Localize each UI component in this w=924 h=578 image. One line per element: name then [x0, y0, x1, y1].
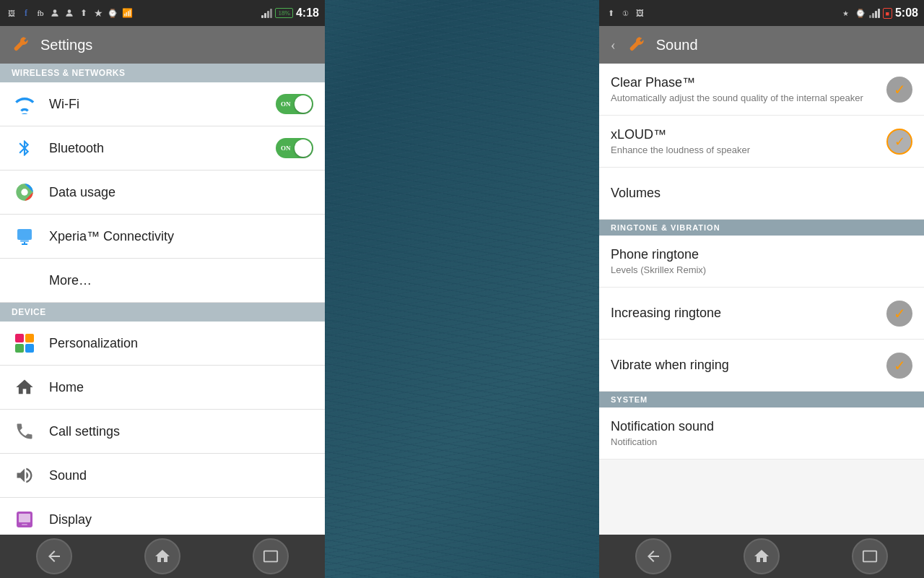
call-icon — [12, 418, 38, 444]
device-section-header: DEVICE — [0, 303, 325, 322]
svg-rect-12 — [25, 344, 34, 353]
left-recent-button[interactable] — [253, 538, 289, 574]
increasing-ringtone-item[interactable]: Increasing ringtone ✓ — [599, 288, 924, 340]
svg-point-4 — [21, 189, 27, 195]
personalization-label: Personalization — [49, 336, 313, 351]
wifi-item[interactable]: Wi-Fi ON — [0, 82, 325, 126]
svg-rect-14 — [19, 514, 30, 522]
volumes-item[interactable]: Volumes — [599, 168, 924, 220]
personalization-text: Personalization — [49, 336, 313, 351]
bluetooth-label: Bluetooth — [49, 141, 264, 156]
clear-phase-text: Clear Phase™ Automatically adjust the so… — [611, 75, 878, 103]
xloud-checkbox[interactable]: ✓ — [886, 129, 912, 155]
right-notif1: ① — [619, 7, 631, 19]
screen-icon: 🖼 — [6, 7, 17, 19]
home-item[interactable]: Home — [0, 366, 325, 410]
call-settings-label: Call settings — [49, 424, 313, 439]
person-icon — [64, 7, 75, 19]
left-time: 4:18 — [296, 7, 319, 20]
clear-phase-subtitle: Automatically adjust the sound quality o… — [611, 92, 878, 103]
svg-rect-9 — [15, 334, 24, 342]
system-section-header: SYSTEM — [599, 392, 924, 407]
left-toolbar-title: Settings — [40, 37, 92, 53]
notification-sound-item[interactable]: Notification sound Notification — [599, 407, 924, 460]
bluetooth-item[interactable]: Bluetooth ON — [0, 126, 325, 171]
data-usage-item[interactable]: Data usage — [0, 171, 325, 215]
xperia-text: Xperia™ Connectivity — [49, 229, 313, 244]
sound-item[interactable]: Sound — [0, 454, 325, 498]
left-status-icons: 🖼 f fb ⬆ ★ ⌚ 📶 — [6, 7, 133, 19]
data-usage-label: Data usage — [49, 185, 313, 200]
bluetooth-toggle-knob — [295, 139, 312, 157]
notification-sound-title: Notification sound — [611, 419, 912, 434]
display-label: Display — [49, 512, 313, 527]
display-item[interactable]: Display — [0, 498, 325, 535]
bluetooth-toggle[interactable]: ON — [276, 138, 313, 158]
phone-ringtone-item[interactable]: Phone ringtone Levels (Skrillex Remix) — [599, 236, 924, 288]
clear-phase-checkbox[interactable]: ✓ — [886, 77, 912, 103]
watch-icon: ⌚ — [107, 7, 118, 19]
sound-text: Sound — [49, 468, 313, 483]
svg-rect-5 — [17, 229, 32, 240]
right-settings-list[interactable]: Clear Phase™ Automatically adjust the so… — [599, 64, 924, 535]
signal-icon — [261, 8, 272, 18]
contacts-icon — [49, 7, 61, 19]
xperia-icon — [12, 223, 38, 249]
vibrate-ringing-checkmark: ✓ — [894, 357, 906, 374]
sound-wrench-icon — [627, 35, 648, 55]
left-phone-panel: 🖼 f fb ⬆ ★ ⌚ 📶 18% 4:18 — [0, 0, 325, 578]
clear-phase-title: Clear Phase™ — [611, 75, 878, 90]
left-back-button[interactable] — [36, 538, 72, 574]
right-battery-indicator: ■ — [883, 8, 892, 19]
wifi-toggle[interactable]: ON — [276, 94, 313, 114]
more-item[interactable]: More… — [0, 259, 325, 303]
svg-rect-6 — [20, 240, 29, 242]
vibrate-ringing-item[interactable]: Vibrate when ringing ✓ — [599, 340, 924, 392]
right-home-button[interactable] — [744, 538, 780, 574]
right-screen-icon: 🖼 — [634, 7, 645, 19]
right-back-button[interactable] — [635, 538, 671, 574]
wifi-toggle-knob — [295, 95, 312, 113]
right-phone-panel: ⬆ ① 🖼 ★ ⌚ ■ 5:08 ‹ Sou — [599, 0, 924, 578]
call-settings-item[interactable]: Call settings — [0, 410, 325, 454]
left-status-bar: 🖼 f fb ⬆ ★ ⌚ 📶 18% 4:18 — [0, 0, 325, 26]
phone-ringtone-subtitle: Levels (Skrillex Remix) — [611, 264, 912, 275]
vibrate-ringing-text: Vibrate when ringing — [611, 358, 878, 373]
right-watch-icon: ⌚ — [855, 7, 866, 19]
clear-phase-checkmark: ✓ — [894, 81, 906, 98]
notif-count: fb — [35, 7, 46, 19]
xloud-text: xLOUD™ Enhance the loudness of speaker — [611, 127, 878, 155]
wifi-icon — [12, 91, 38, 117]
right-status-icons-right: ★ ⌚ ■ 5:08 — [840, 7, 918, 20]
svg-rect-10 — [25, 334, 34, 342]
wifi-text: Wi-Fi — [49, 97, 264, 112]
volumes-text: Volumes — [611, 186, 912, 201]
wireless-section-header: WIRELESS & NETWORKS — [0, 64, 325, 82]
xperia-item[interactable]: Xperia™ Connectivity — [0, 215, 325, 259]
rss-icon: 📶 — [121, 7, 133, 19]
svg-point-2 — [15, 48, 17, 50]
right-toolbar: ‹ Sound — [599, 26, 924, 64]
personalization-item[interactable]: Personalization — [0, 322, 325, 366]
right-recent-button[interactable] — [852, 538, 888, 574]
increasing-ringtone-checkbox[interactable]: ✓ — [886, 301, 912, 327]
left-settings-list[interactable]: WIRELESS & NETWORKS Wi-Fi ON Bluetooth — [0, 64, 325, 535]
bluetooth-icon — [12, 135, 38, 161]
call-settings-text: Call settings — [49, 424, 313, 439]
right-bluetooth-icon: ★ — [840, 7, 852, 19]
vibrate-ringing-checkbox[interactable]: ✓ — [886, 353, 912, 379]
upload-icon: ⬆ — [605, 7, 616, 19]
xloud-item[interactable]: xLOUD™ Enhance the loudness of speaker ✓ — [599, 116, 924, 168]
svg-point-16 — [630, 48, 632, 50]
clear-phase-item[interactable]: Clear Phase™ Automatically adjust the so… — [599, 64, 924, 116]
battery-indicator: 18% — [275, 8, 293, 18]
home-icon — [12, 374, 38, 400]
right-status-icons-left: 18% 4:18 — [261, 7, 319, 20]
right-signal-icon — [869, 8, 880, 18]
right-back-button-toolbar[interactable]: ‹ — [611, 37, 616, 53]
notification-sound-text: Notification sound Notification — [611, 419, 912, 447]
settings-wrench-icon — [12, 35, 32, 55]
svg-rect-11 — [15, 344, 24, 353]
right-status-bar: ⬆ ① 🖼 ★ ⌚ ■ 5:08 — [599, 0, 924, 26]
left-home-button[interactable] — [144, 538, 180, 574]
